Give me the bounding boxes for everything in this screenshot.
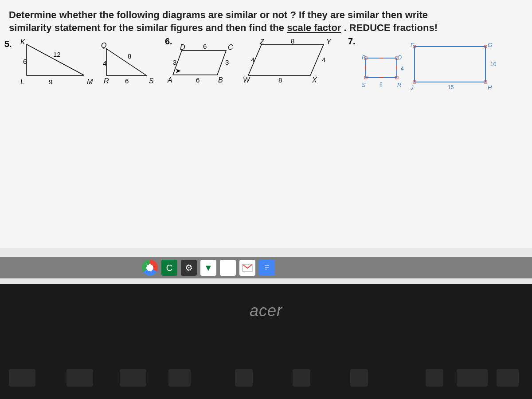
- p5-KM: 12: [53, 51, 61, 58]
- p7-F: F: [411, 42, 414, 48]
- p7-label: 7.: [348, 36, 356, 47]
- question-prompt: Determine whether the following diagrams…: [9, 9, 523, 34]
- key: [497, 369, 519, 387]
- p7-GH: 10: [490, 61, 496, 67]
- mouse-cursor: ➤: [175, 66, 181, 75]
- svg-rect-13: [415, 47, 485, 82]
- laptop-screen: Determine whether the following diagrams…: [0, 0, 532, 284]
- svg-rect-4: [366, 58, 397, 78]
- p6-label: 6.: [165, 36, 172, 47]
- settings-icon[interactable]: ⚙: [181, 260, 197, 276]
- key: [426, 369, 443, 387]
- p6-WX: 8: [278, 76, 282, 84]
- svg-marker-2: [173, 51, 226, 75]
- prompt-underline: scale factor: [287, 22, 341, 33]
- p5-LM: 9: [49, 78, 52, 86]
- worksheet-area: Determine whether the following diagrams…: [0, 0, 532, 248]
- p7-rect2: [412, 44, 492, 87]
- p6-para1: [168, 46, 244, 82]
- p6-Z: Z: [260, 38, 264, 46]
- p5-S: S: [149, 77, 154, 85]
- p6-DC: 6: [203, 43, 207, 50]
- classroom-icon[interactable]: C: [161, 260, 177, 276]
- p5-RS: 6: [125, 77, 129, 85]
- svg-marker-3: [248, 44, 324, 75]
- p7-J: J: [411, 84, 414, 91]
- p5-QS: 8: [128, 52, 131, 60]
- laptop-brand: acer: [0, 301, 532, 320]
- p6-CB: 3: [225, 59, 229, 66]
- sheets-icon[interactable]: ▼: [200, 260, 216, 276]
- p6-Y: Y: [326, 38, 331, 46]
- p6-ZY: 8: [291, 37, 294, 45]
- key: [235, 369, 253, 387]
- p6-X: X: [312, 76, 317, 84]
- p7-JH: 15: [448, 84, 454, 90]
- key: [457, 369, 488, 387]
- svg-rect-19: [263, 263, 271, 273]
- docs-icon[interactable]: [259, 260, 275, 276]
- p6-W: W: [243, 76, 250, 84]
- p7-P: P: [362, 54, 366, 61]
- key: [350, 369, 368, 387]
- p7-SR: 6: [379, 82, 383, 88]
- p5-label: 5.: [4, 39, 12, 49]
- p5-Q: Q: [101, 42, 106, 50]
- p6-C: C: [228, 43, 233, 51]
- p5-KL: 6: [23, 58, 27, 65]
- p5-L: L: [20, 78, 24, 86]
- prompt-line2b: . REDUCE fractions!: [341, 22, 438, 33]
- p6-YX: 4: [322, 56, 325, 63]
- p7-H: H: [488, 84, 492, 91]
- key: [293, 369, 310, 387]
- p5-K: K: [20, 38, 25, 46]
- chromeos-shelf: C ⚙ ▼ ✎ Sign out ▾ 🔋 1:40: [0, 257, 532, 278]
- p6-D: D: [180, 43, 185, 51]
- p6-AB: 6: [196, 76, 200, 84]
- drawing-icon[interactable]: ✎: [220, 260, 236, 276]
- diagrams-container: 5. K L M 12 6 9 Q R S 8 4 6 6. D: [4, 40, 528, 102]
- key: [66, 369, 93, 387]
- p6-B: B: [218, 76, 223, 84]
- key: [168, 369, 191, 387]
- p6-ZW: 4: [251, 56, 254, 63]
- chrome-icon[interactable]: [142, 260, 158, 276]
- p5-M: M: [87, 78, 93, 86]
- prompt-line1: Determine whether the following diagrams…: [9, 9, 428, 20]
- p7-OR: 4: [401, 66, 404, 72]
- p7-R: R: [397, 82, 401, 88]
- p7-O: O: [397, 54, 402, 61]
- p6-A: A: [168, 76, 172, 84]
- prompt-line2a: similarity statement for the similar fig…: [9, 22, 287, 33]
- p7-G: G: [488, 42, 492, 48]
- key: [9, 369, 35, 387]
- svg-marker-1: [106, 49, 146, 75]
- p6-DA: 3: [173, 59, 176, 66]
- p7-S: S: [362, 82, 366, 88]
- svg-marker-0: [27, 44, 84, 75]
- p5-QR: 4: [103, 59, 106, 67]
- key: [120, 369, 146, 387]
- p5-triangle1: [22, 40, 98, 84]
- p5-R: R: [104, 77, 109, 85]
- keyboard-row: [0, 369, 532, 391]
- gmail-icon[interactable]: [239, 260, 255, 276]
